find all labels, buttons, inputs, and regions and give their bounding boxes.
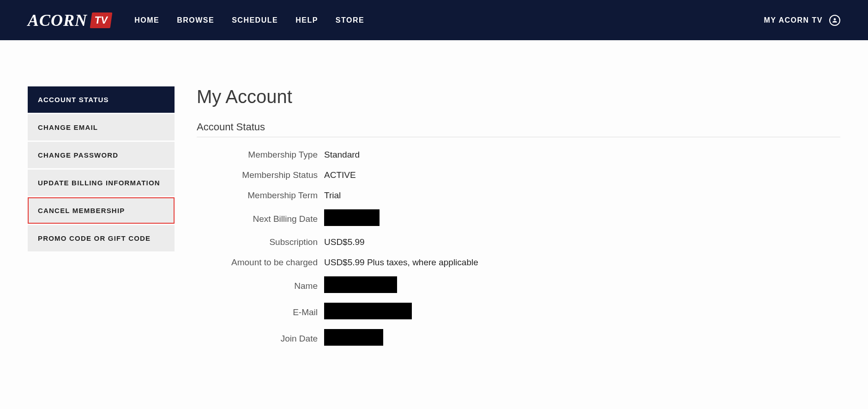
field-membership-type: Membership Type Standard [197, 148, 840, 161]
sidebar-item-label: ACCOUNT STATUS [38, 96, 109, 104]
sidebar-item-promo-code[interactable]: PROMO CODE OR GIFT CODE [28, 225, 175, 251]
field-name: Name [197, 276, 840, 295]
field-label: Membership Term [197, 190, 324, 201]
field-value: USD$5.99 [324, 237, 365, 247]
logo[interactable]: ACORN TV [28, 11, 111, 30]
header-right: MY ACORN TV [764, 15, 840, 26]
field-value-redacted [324, 303, 412, 322]
field-value-redacted [324, 209, 380, 228]
main-nav: HOME BROWSE SCHEDULE HELP STORE [134, 16, 364, 24]
nav-browse[interactable]: BROWSE [177, 16, 214, 24]
field-value-redacted [324, 329, 383, 348]
sidebar-item-update-billing[interactable]: UPDATE BILLING INFORMATION [28, 170, 175, 196]
page-title: My Account [197, 86, 840, 107]
logo-text: ACORN [28, 11, 87, 30]
field-label: Membership Status [197, 170, 324, 180]
field-join-date: Join Date [197, 329, 840, 348]
field-value: Standard [324, 150, 360, 160]
field-value: USD$5.99 Plus taxes, where applicable [324, 257, 478, 268]
field-value: Trial [324, 190, 341, 201]
field-label: Next Billing Date [197, 214, 324, 224]
field-label: E-Mail [197, 307, 324, 317]
my-account-link[interactable]: MY ACORN TV [764, 16, 823, 24]
nav-help[interactable]: HELP [295, 16, 318, 24]
user-icon[interactable] [829, 15, 840, 26]
sidebar-item-label: UPDATE BILLING INFORMATION [38, 179, 160, 187]
redacted-block [324, 209, 380, 226]
logo-tv-badge: TV [90, 12, 113, 28]
redacted-block [324, 303, 412, 319]
nav-home[interactable]: HOME [134, 16, 159, 24]
field-label: Join Date [197, 334, 324, 344]
field-value: ACTIVE [324, 170, 356, 180]
sidebar-item-account-status[interactable]: ACCOUNT STATUS [28, 86, 175, 113]
header-left: ACORN TV HOME BROWSE SCHEDULE HELP STORE [28, 11, 364, 30]
nav-schedule[interactable]: SCHEDULE [232, 16, 278, 24]
sidebar-item-label: CHANGE PASSWORD [38, 151, 118, 159]
content: My Account Account Status Membership Typ… [197, 86, 840, 355]
field-email: E-Mail [197, 303, 840, 322]
field-membership-term: Membership Term Trial [197, 189, 840, 202]
field-subscription: Subscription USD$5.99 [197, 236, 840, 249]
field-label: Name [197, 281, 324, 291]
header: ACORN TV HOME BROWSE SCHEDULE HELP STORE… [0, 0, 868, 40]
field-membership-status: Membership Status ACTIVE [197, 169, 840, 182]
field-label: Subscription [197, 237, 324, 247]
sidebar-item-label: CANCEL MEMBERSHIP [38, 207, 125, 214]
redacted-block [324, 329, 383, 346]
sidebar-item-label: CHANGE EMAIL [38, 123, 98, 131]
sidebar-item-label: PROMO CODE OR GIFT CODE [38, 234, 151, 242]
field-value-redacted [324, 276, 397, 295]
section-title: Account Status [197, 121, 840, 137]
sidebar-item-change-email[interactable]: CHANGE EMAIL [28, 114, 175, 140]
nav-store[interactable]: STORE [336, 16, 364, 24]
field-amount-charged: Amount to be charged USD$5.99 Plus taxes… [197, 256, 840, 269]
field-label: Membership Type [197, 150, 324, 160]
sidebar: ACCOUNT STATUS CHANGE EMAIL CHANGE PASSW… [28, 86, 175, 355]
sidebar-item-change-password[interactable]: CHANGE PASSWORD [28, 142, 175, 168]
container: ACCOUNT STATUS CHANGE EMAIL CHANGE PASSW… [0, 40, 868, 374]
sidebar-item-cancel-membership[interactable]: CANCEL MEMBERSHIP [28, 197, 175, 224]
field-next-billing-date: Next Billing Date [197, 209, 840, 228]
redacted-block [324, 276, 397, 293]
field-label: Amount to be charged [197, 257, 324, 268]
